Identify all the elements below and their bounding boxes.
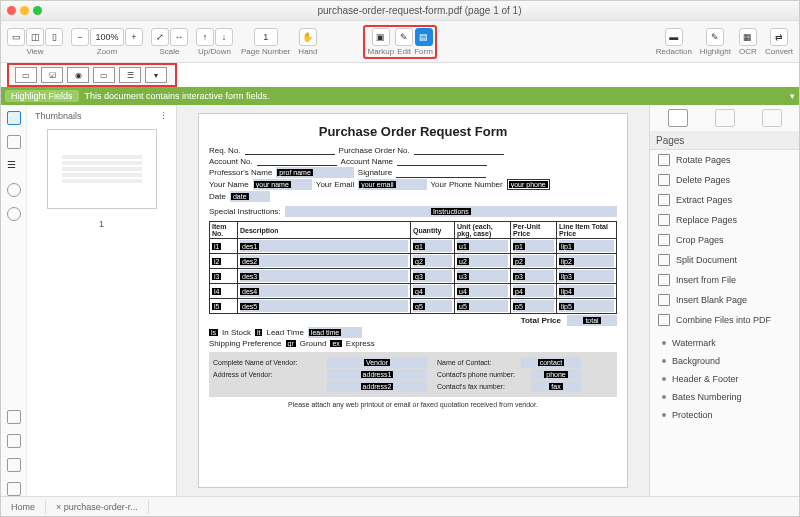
cell-lip[interactable]: lip3 (559, 270, 614, 282)
rpanel-item[interactable]: Replace Pages (650, 210, 799, 230)
cell-item[interactable]: l5 (212, 303, 221, 310)
field-contact-name[interactable]: contact (521, 357, 581, 368)
page-thumbnail-1[interactable] (47, 129, 157, 209)
field-yourphone[interactable]: your phone (507, 179, 550, 190)
page-up-button[interactable]: ↑ (196, 28, 214, 46)
view-two-icon[interactable]: ◫ (26, 28, 44, 46)
field-prof[interactable]: prof name (276, 167, 354, 178)
cell-desc[interactable]: des1 (240, 240, 408, 252)
tab-document[interactable]: × purchase-order-r... (46, 500, 149, 514)
thumbnails-menu-icon[interactable]: ⋮ (159, 111, 168, 121)
form-button[interactable]: ▤ (415, 28, 433, 46)
rpanel-more-item[interactable]: Watermark (650, 334, 799, 352)
cell-lip[interactable]: lip1 (559, 240, 614, 252)
rpanel-item[interactable]: Split Document (650, 250, 799, 270)
banner-collapse-icon[interactable]: ▾ (790, 91, 795, 101)
redaction-button[interactable]: ▬ (665, 28, 683, 46)
highlight-button[interactable]: ✎ (706, 28, 724, 46)
list-tool[interactable]: ☰ (119, 67, 141, 83)
zoom-out-button[interactable]: − (71, 28, 89, 46)
hand-tool-button[interactable]: ✋ (299, 28, 317, 46)
edit-button[interactable]: ✎ (395, 28, 413, 46)
cell-lip[interactable]: lip4 (559, 285, 614, 297)
field-date[interactable]: date (230, 191, 270, 202)
rail-tool-4[interactable] (7, 482, 21, 496)
chk-ground[interactable]: gr (286, 340, 296, 347)
close-window-button[interactable] (7, 6, 16, 15)
field-instructions[interactable]: Instructions (285, 206, 617, 217)
rail-tool-1[interactable] (7, 410, 21, 424)
cell-qty[interactable]: q1 (413, 240, 452, 252)
field-leadtime[interactable]: lead time (308, 327, 362, 338)
rpanel-item[interactable]: Rotate Pages (650, 150, 799, 170)
field-total[interactable]: total (567, 315, 617, 326)
cell-lip[interactable]: lip2 (559, 255, 614, 267)
search-tab-icon[interactable] (7, 183, 21, 197)
text-field-tool[interactable]: ▭ (15, 67, 37, 83)
cell-unit[interactable]: u1 (457, 240, 508, 252)
zoom-in-button[interactable]: + (125, 28, 143, 46)
rpanel-tab-3-icon[interactable] (762, 109, 782, 127)
tab-home[interactable]: Home (1, 500, 46, 514)
cell-unit[interactable]: u2 (457, 255, 508, 267)
rpanel-more-item[interactable]: Protection (650, 406, 799, 424)
cell-unit[interactable]: u5 (457, 300, 508, 312)
rpanel-item[interactable]: Insert from File (650, 270, 799, 290)
page-number-input[interactable]: 1 (254, 28, 278, 46)
cell-price[interactable]: p3 (513, 270, 554, 282)
info-tab-icon[interactable] (7, 207, 21, 221)
cell-unit[interactable]: u4 (457, 285, 508, 297)
rail-tool-2[interactable] (7, 434, 21, 448)
field-contact-phone[interactable]: phone (531, 369, 581, 380)
rpanel-item[interactable]: Crop Pages (650, 230, 799, 250)
chk-express[interactable]: ex (330, 340, 341, 347)
rpanel-item[interactable]: Extract Pages (650, 190, 799, 210)
ocr-button[interactable]: ▦ (739, 28, 757, 46)
convert-button[interactable]: ⇄ (770, 28, 788, 46)
scale-width-icon[interactable]: ↔ (170, 28, 188, 46)
cell-price[interactable]: p4 (513, 285, 554, 297)
button-tool[interactable]: ▭ (93, 67, 115, 83)
cell-qty[interactable]: q3 (413, 270, 452, 282)
cell-desc[interactable]: des5 (240, 300, 408, 312)
field-youremail[interactable]: your email (358, 179, 426, 190)
radio-tool[interactable]: ◉ (67, 67, 89, 83)
maximize-window-button[interactable] (33, 6, 42, 15)
cell-unit[interactable]: u3 (457, 270, 508, 282)
outline-tab-icon[interactable]: ☰ (7, 159, 21, 173)
scale-fit-icon[interactable]: ⤢ (151, 28, 169, 46)
chk-leadtime[interactable]: lt (255, 329, 263, 336)
chk-instock[interactable]: is (209, 329, 218, 336)
cell-price[interactable]: p5 (513, 300, 554, 312)
cell-item[interactable]: l2 (212, 258, 221, 265)
document-viewport[interactable]: Purchase Order Request Form Req. No. Pur… (177, 105, 649, 496)
cell-qty[interactable]: q5 (413, 300, 452, 312)
highlight-fields-button[interactable]: Highlight Fields (5, 90, 79, 102)
view-cont-icon[interactable]: ▯ (45, 28, 63, 46)
thumbnails-tab-icon[interactable] (7, 111, 21, 125)
rpanel-item[interactable]: Delete Pages (650, 170, 799, 190)
cell-desc[interactable]: des4 (240, 285, 408, 297)
cell-qty[interactable]: q4 (413, 285, 452, 297)
rpanel-item[interactable]: Insert Blank Page (650, 290, 799, 310)
rail-tool-3[interactable] (7, 458, 21, 472)
field-yourname[interactable]: your name (253, 179, 312, 190)
cell-lip[interactable]: lip5 (559, 300, 614, 312)
cell-price[interactable]: p2 (513, 255, 554, 267)
cell-item[interactable]: l4 (212, 288, 221, 295)
field-contact-fax[interactable]: fax (531, 381, 581, 392)
cell-qty[interactable]: q2 (413, 255, 452, 267)
field-addr2[interactable]: address2 (327, 381, 427, 392)
cell-item[interactable]: l1 (212, 243, 221, 250)
field-addr1[interactable]: address1 (327, 369, 427, 380)
cell-price[interactable]: p1 (513, 240, 554, 252)
cell-item[interactable]: l3 (212, 273, 221, 280)
bookmarks-tab-icon[interactable] (7, 135, 21, 149)
minimize-window-button[interactable] (20, 6, 29, 15)
dropdown-tool[interactable]: ▾ (145, 67, 167, 83)
rpanel-more-item[interactable]: Bates Numbering (650, 388, 799, 406)
cell-desc[interactable]: des2 (240, 255, 408, 267)
field-vendor-name[interactable]: Vendor (327, 357, 427, 368)
cell-desc[interactable]: des3 (240, 270, 408, 282)
rpanel-tab-pages-icon[interactable] (668, 109, 688, 127)
